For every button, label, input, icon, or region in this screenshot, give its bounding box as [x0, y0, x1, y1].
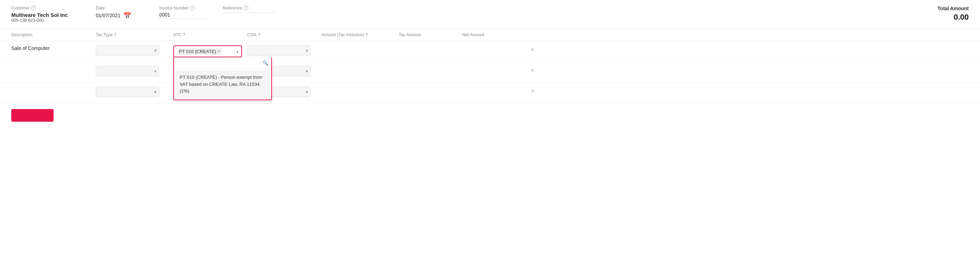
remove-row-1[interactable]: × [526, 44, 540, 54]
atc-tag-remove-1[interactable]: × [218, 49, 220, 54]
tax-amount-cell-3 [399, 85, 462, 88]
tax-type-dropdown-2[interactable] [96, 66, 159, 76]
header-section: Customer ? Multiware Tech Sol Inc 005-13… [0, 0, 980, 29]
customer-row: Multiware Tech Sol Inc 005-138-623-000 [11, 12, 82, 23]
coa-dropdown-1[interactable] [247, 45, 311, 55]
description-cell-3 [11, 85, 96, 88]
col-amount: Amount (Tax Inclusive) ? [321, 32, 399, 37]
atc-selected-1[interactable]: PT 010 (CREATE) × ▴ [173, 45, 242, 57]
net-amount-cell-1 [462, 44, 526, 47]
remove-row-3[interactable]: × [526, 85, 540, 95]
reference-label: Reference ? [223, 6, 275, 11]
coa-cell-1[interactable]: ▾ [247, 44, 321, 57]
coa-help-icon[interactable]: ? [258, 32, 260, 37]
customer-name: Multiware Tech Sol Inc [11, 12, 68, 18]
customer-id: 005-138-623-000 [11, 18, 68, 23]
date-value[interactable]: 01/07/2021 [96, 13, 121, 19]
col-net-amount: Net Amount [462, 32, 526, 37]
amount-cell-2 [321, 65, 399, 68]
calendar-icon[interactable]: 📅 [123, 12, 131, 20]
invoice-value[interactable]: 0001 [159, 12, 208, 19]
description-cell-2 [11, 65, 96, 68]
tax-amount-cell-2 [399, 65, 462, 68]
atc-tag-1: PT 010 (CREATE) × [177, 48, 222, 55]
atc-tag-label-1: PT 010 (CREATE) [179, 49, 216, 54]
bottom-section [0, 103, 980, 127]
atc-container-1[interactable]: PT 010 (CREATE) × ▴ 🔍 PT 010 (CREATE) - … [173, 45, 242, 57]
tax-type-help-icon[interactable]: ? [114, 32, 116, 37]
total-amount-field: Total Amount 0.00 [926, 6, 969, 22]
chevron-up-icon[interactable]: ▴ [236, 49, 239, 54]
atc-help-icon[interactable]: ? [183, 32, 185, 37]
description-text-1: Sale of Computer [11, 45, 50, 51]
date-field: Date 01/07/2021 📅 [96, 6, 145, 20]
atc-option-1[interactable]: PT 010 (CREATE) - Person exempt from VAT… [175, 70, 270, 98]
invoice-label: Invoice Number ? [159, 6, 208, 11]
table-row: Sale of Computer ▾ PT 010 (CREATE) × ▴ [0, 41, 980, 62]
amount-cell-1 [321, 44, 399, 47]
net-amount-cell-3 [462, 85, 526, 88]
description-cell-1: Sale of Computer [11, 44, 96, 52]
col-atc: ATC ? [173, 32, 247, 37]
atc-cell-1[interactable]: PT 010 (CREATE) × ▴ 🔍 PT 010 (CREATE) - … [173, 44, 247, 59]
table-header: Description Tax Type ? ATC ? COA ? Amoun… [0, 29, 980, 41]
customer-field: Customer ? Multiware Tech Sol Inc 005-13… [11, 6, 82, 23]
tax-type-cell-2[interactable]: ▾ [96, 65, 173, 78]
reference-field: Reference ? [223, 6, 275, 13]
customer-help-icon[interactable]: ? [31, 6, 36, 11]
tax-type-select-2[interactable]: ▾ [96, 66, 159, 76]
table-section: Description Tax Type ? ATC ? COA ? Amoun… [0, 29, 980, 103]
atc-search-wrapper: 🔍 [174, 57, 271, 69]
table-row: ▾ ▾ ▾ × [0, 83, 980, 103]
coa-select-1[interactable]: ▾ [247, 45, 311, 55]
reference-help-icon[interactable]: ? [243, 6, 248, 11]
date-label: Date [96, 6, 145, 11]
col-actions [526, 32, 540, 37]
tax-type-dropdown-3[interactable] [96, 87, 159, 97]
total-amount-value: 0.00 [954, 13, 969, 22]
search-icon: 🔍 [262, 60, 269, 66]
tax-amount-cell-1 [399, 44, 462, 47]
atc-dropdown-1: 🔍 PT 010 (CREATE) - Person exempt from V… [173, 57, 272, 100]
net-amount-cell-2 [462, 65, 526, 68]
invoice-help-icon[interactable]: ? [190, 6, 195, 11]
table-row: ▾ ▾ ▾ × [0, 62, 980, 83]
total-amount-label: Total Amount [937, 6, 969, 11]
amount-cell-3 [321, 85, 399, 88]
tax-type-cell-1[interactable]: ▾ [96, 44, 173, 57]
remove-row-2[interactable]: × [526, 65, 540, 74]
col-coa: COA ? [247, 32, 321, 37]
tax-type-dropdown-1[interactable] [96, 45, 159, 55]
customer-label: Customer ? [11, 6, 82, 11]
tax-type-cell-3[interactable]: ▾ [96, 85, 173, 98]
col-description: Description [11, 32, 96, 37]
add-row-button[interactable] [11, 109, 54, 122]
tax-type-select-3[interactable]: ▾ [96, 87, 159, 97]
tax-type-select-1[interactable]: ▾ [96, 45, 159, 55]
reference-value[interactable] [223, 12, 275, 13]
col-tax-type: Tax Type ? [96, 32, 173, 37]
invoice-number-field: Invoice Number ? 0001 [159, 6, 208, 19]
col-tax-amount: Tax Amount [399, 32, 462, 37]
atc-search-input[interactable] [177, 60, 260, 66]
amount-help-icon[interactable]: ? [365, 32, 368, 37]
